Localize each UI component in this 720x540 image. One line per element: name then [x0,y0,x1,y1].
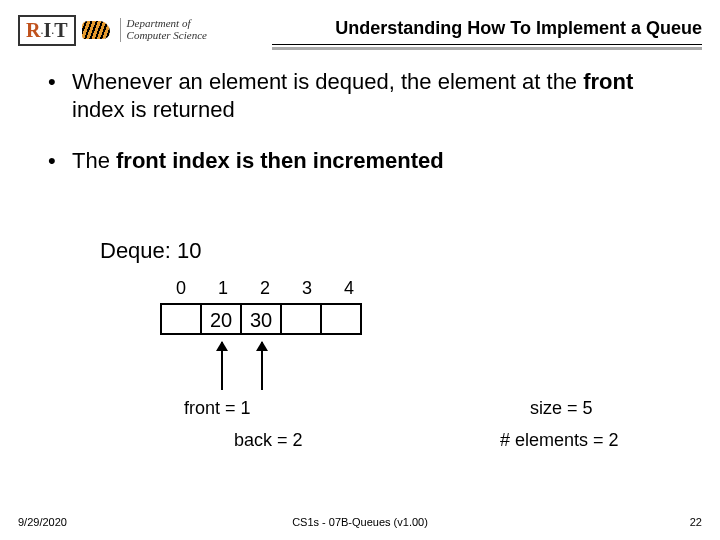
elements-label: # elements = 2 [500,430,619,451]
institution-logo: R·I·T Department of Computer Science [18,12,207,48]
slide: R·I·T Department of Computer Science Und… [0,0,720,540]
tiger-icon [82,19,116,41]
index-4: 4 [328,278,370,299]
deque-label: Deque: 10 [100,238,202,264]
cell-3 [280,303,322,335]
footer-center: CS1s - 07B-Queues (v1.00) [0,516,720,528]
array-diagram: 0 1 2 3 4 20 30 [160,278,370,335]
index-2: 2 [244,278,286,299]
bullet-1-post: index is returned [72,97,235,122]
arrow-front-icon [221,342,223,390]
footer-page: 22 [690,516,702,528]
cell-row: 20 30 [160,303,370,335]
index-3: 3 [286,278,328,299]
index-0: 0 [160,278,202,299]
slide-title: Understanding How To Implement a Queue [335,18,702,39]
index-1: 1 [202,278,244,299]
cell-2: 30 [240,303,282,335]
bullet-2: The front index is then incremented [44,147,680,175]
department-label: Department of Computer Science [120,18,207,41]
bullet-list: Whenever an element is dequed, the eleme… [44,68,680,199]
header: R·I·T Department of Computer Science Und… [18,12,702,54]
rit-text-icon: R·I·T [18,15,76,46]
rit-logo: R·I·T Department of Computer Science [18,15,207,46]
bullet-1-pre: Whenever an element is dequed, the eleme… [72,69,583,94]
size-label: size = 5 [530,398,593,419]
bullet-1: Whenever an element is dequed, the eleme… [44,68,680,123]
back-label: back = 2 [234,430,303,451]
bullet-2-pre: The [72,148,116,173]
arrow-back-icon [261,342,263,390]
dept-line2: Computer Science [127,30,207,42]
cell-1: 20 [200,303,242,335]
title-underline [272,44,702,48]
bullet-1-bold: front [583,69,633,94]
cell-4 [320,303,362,335]
index-row: 0 1 2 3 4 [160,278,370,299]
bullet-2-bold: front index is then incremented [116,148,444,173]
front-label: front = 1 [184,398,251,419]
cell-0 [160,303,202,335]
